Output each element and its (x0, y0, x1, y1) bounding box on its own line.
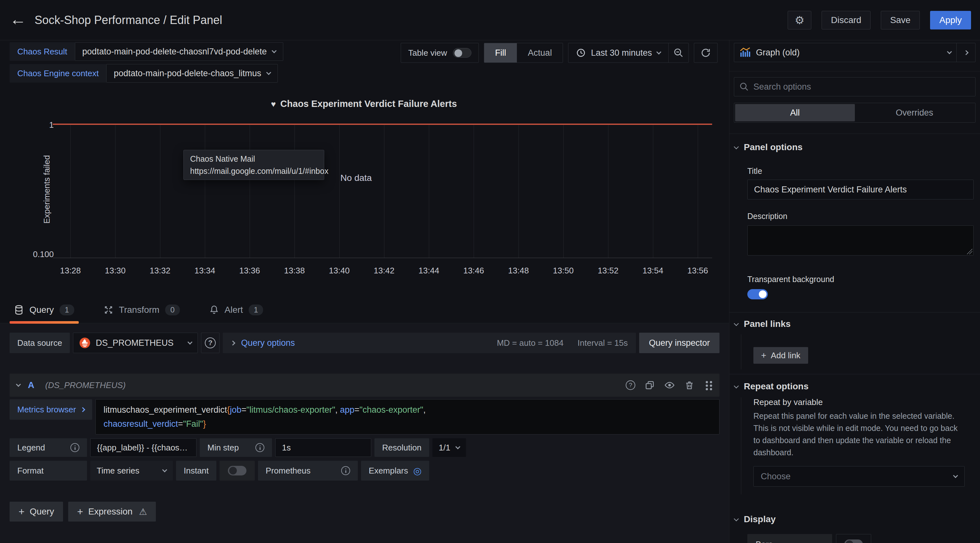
chevron-right-icon (231, 340, 235, 346)
panel-links-section-header[interactable]: Panel links (735, 319, 974, 329)
time-range-picker[interactable]: Last 30 minutes (568, 43, 689, 63)
hide-response-eye-icon[interactable] (664, 381, 675, 390)
tooltip-url[interactable]: https://mail.google.com/mail/u/1/#inbox (190, 165, 318, 177)
tab-all[interactable]: All (735, 104, 855, 121)
y-tick: 1 (19, 120, 54, 130)
y-axis-label: Experiments failed (42, 148, 52, 231)
description-textarea[interactable] (747, 225, 974, 255)
heart-icon: ♥ (271, 99, 275, 109)
tab-overrides[interactable]: Overrides (855, 104, 975, 121)
info-icon (70, 443, 80, 452)
clock-icon (576, 48, 586, 57)
transparent-background-toggle[interactable] (747, 289, 768, 299)
plus-icon: + (77, 506, 83, 518)
plus-icon: + (761, 350, 766, 360)
bars-toggle-box (836, 534, 871, 543)
table-view-toggle-group[interactable]: Table view (401, 43, 479, 63)
panel-title[interactable]: ♥Chaos Experiment Verdict Failure Alerts (10, 99, 718, 109)
gear-icon: ⚙ (795, 14, 804, 27)
duplicate-icon[interactable] (645, 381, 654, 390)
transform-icon (104, 305, 113, 315)
interval-stat: Interval = 15s (578, 338, 628, 348)
instant-toggle[interactable] (228, 466, 247, 475)
warning-icon: ⚠ (139, 506, 147, 517)
edit-panel-left-pane: Chaos Result podtato-main-pod-delete-cha… (0, 40, 729, 543)
query-options-bar[interactable]: Query options MD = auto = 1084 Interval … (223, 333, 636, 353)
options-filter-tabs: All Overrides (734, 103, 975, 123)
resolution-select[interactable]: 1/1 (433, 438, 466, 457)
transparent-background-label: Transparent background (747, 275, 974, 284)
zoom-out-icon (673, 48, 684, 58)
description-field-label: Description (747, 212, 974, 221)
variable-value-dropdown[interactable]: podtato-main-pod-delete-chaosnl7vd-pod-d… (75, 42, 283, 61)
display-section-header[interactable]: Display (735, 514, 974, 524)
query-options-stats: MD = auto = 1084 Interval = 15s (497, 338, 628, 348)
discard-button[interactable]: Discard (822, 11, 870, 29)
visualization-picker[interactable]: Graph (old) (734, 43, 975, 62)
actual-option[interactable]: Actual (517, 43, 563, 62)
variable-value-dropdown[interactable]: podtato-main-pod-delete-chaos_litmus (106, 64, 278, 83)
tab-label: Alert (225, 305, 243, 315)
tab-alert[interactable]: Alert 1 (205, 296, 268, 323)
add-link-button[interactable]: + Add link (753, 347, 808, 364)
chevron-down-icon (734, 516, 739, 521)
fill-option[interactable]: Fill (484, 43, 517, 62)
datasource-label: Data source (10, 333, 70, 353)
format-field-label: Format (10, 461, 87, 481)
options-search[interactable] (734, 77, 975, 96)
add-expression-button[interactable]: + Expression ⚠ (68, 502, 156, 522)
panel-options-section-header[interactable]: Panel options (735, 142, 974, 153)
refresh-icon (700, 48, 711, 58)
datasource-name: DS_PROMETHEUS (96, 338, 173, 348)
datasource-picker[interactable]: DS_PROMETHEUS (73, 333, 198, 353)
resize-handle-icon[interactable] (967, 248, 972, 254)
panel-options-sidebar: Graph (old) All Overrides Panel options … (729, 40, 980, 543)
variable-value: podtato-main-pod-delete-chaos_litmus (114, 68, 261, 78)
exemplars-icon: ◎ (413, 465, 422, 476)
toggle-options-pane-button[interactable] (957, 43, 975, 62)
plus-icon: + (19, 506, 25, 518)
drag-handle-icon[interactable] (706, 381, 708, 383)
bars-label: Bars (747, 534, 832, 543)
format-select[interactable]: Time series (90, 461, 173, 481)
min-step-input[interactable] (275, 438, 371, 457)
refresh-button[interactable] (694, 43, 718, 63)
repeat-variable-select[interactable]: Choose (753, 466, 965, 487)
promql-editor[interactable]: litmuschaos_experiment_verdict{job="litm… (95, 399, 719, 435)
back-arrow-icon[interactable]: ← (10, 11, 26, 27)
panel-settings-button[interactable]: ⚙ (788, 11, 811, 29)
transform-count-badge: 0 (165, 304, 180, 315)
query-options-row-1: Legend Min step Resolution 1/1 (10, 438, 719, 457)
tab-query[interactable]: Query 1 (10, 296, 79, 323)
y-tick: 0.100 (19, 249, 54, 260)
query-row-header[interactable]: A (DS_PROMETHEUS) ? (10, 374, 719, 397)
exemplars-field[interactable]: Exemplars ◎ (361, 461, 429, 481)
query-help-icon[interactable]: ? (626, 381, 635, 390)
datasource-help-button[interactable]: ? (201, 333, 220, 353)
resolution-field-label: Resolution (374, 438, 429, 457)
fill-actual-segmented: Fill Actual (484, 43, 563, 63)
table-view-toggle[interactable] (453, 48, 471, 57)
plot-area[interactable]: No data Chaos Native Mail https://mail.g… (53, 124, 712, 258)
metrics-browser-button[interactable]: Metrics browser (10, 399, 92, 420)
repeat-options-section-header[interactable]: Repeat options (735, 381, 974, 392)
zoom-out-time-button[interactable] (668, 43, 689, 62)
save-button[interactable]: Save (881, 11, 920, 29)
bars-toggle[interactable] (844, 540, 863, 543)
query-editor-section: Data source DS_PROMETHEUS ? Query option… (0, 324, 729, 543)
chevron-down-icon (188, 339, 192, 344)
trash-icon[interactable] (684, 381, 694, 390)
tab-transform[interactable]: Transform 0 (99, 296, 185, 323)
alert-count-badge: 1 (249, 304, 263, 315)
legend-input[interactable] (90, 438, 197, 457)
graph-viz-icon (739, 48, 751, 57)
options-search-input[interactable] (753, 82, 970, 92)
chevron-down-icon (162, 467, 167, 472)
apply-button[interactable]: Apply (930, 11, 971, 29)
chevron-down-icon (734, 383, 739, 389)
chevron-down-icon (734, 144, 739, 149)
time-range-label: Last 30 minutes (591, 48, 652, 58)
add-query-button[interactable]: + Query (10, 502, 63, 522)
panel-title-input[interactable] (747, 180, 974, 199)
query-inspector-button[interactable]: Query inspector (639, 333, 719, 353)
